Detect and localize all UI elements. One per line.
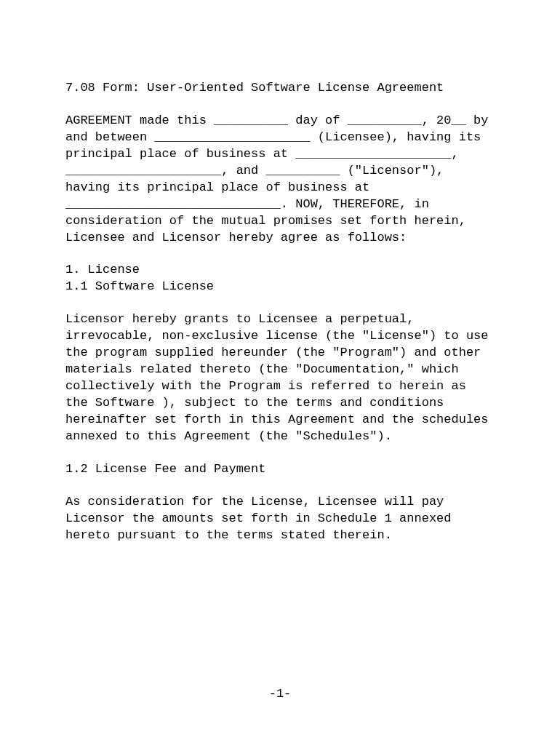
page-number: -1- [0, 686, 560, 703]
document-title: 7.08 Form: User-Oriented Software Licens… [65, 80, 495, 97]
subsection-1-2-body: As consideration for the License, Licens… [65, 494, 495, 544]
subsection-1-2-heading: 1.2 License Fee and Payment [65, 461, 495, 478]
subsection-1-1-heading: 1.1 Software License [65, 279, 495, 295]
preamble-paragraph: AGREEMENT made this __________ day of __… [65, 113, 495, 247]
subsection-1-1-body: Licensor hereby grants to Licensee a per… [65, 311, 495, 445]
section-1-heading: 1. License [65, 262, 495, 279]
